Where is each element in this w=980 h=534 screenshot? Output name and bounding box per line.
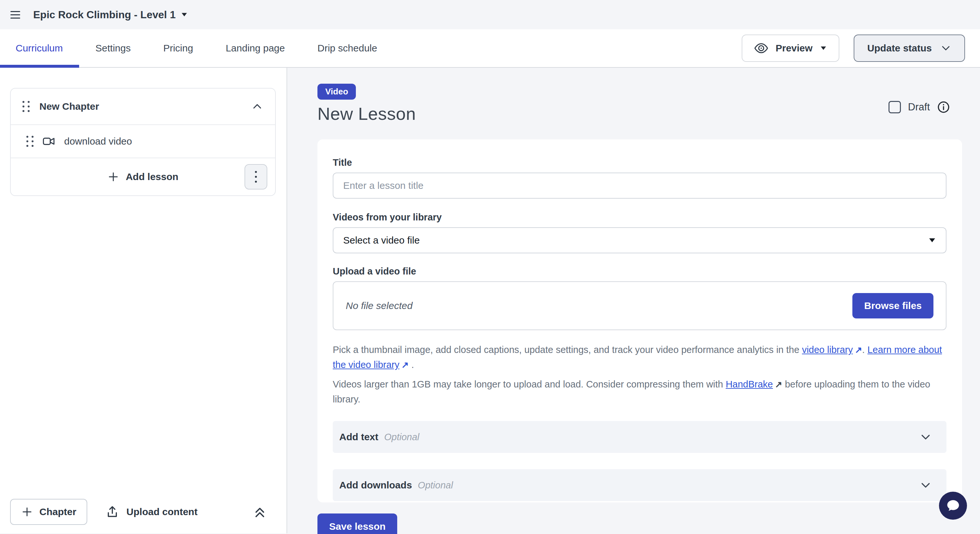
app-window: Epic Rock Climbing - Level 1 Curriculum … bbox=[0, 0, 980, 534]
add-text-section[interactable]: Add text Optional bbox=[333, 421, 947, 453]
chapter-menu-button[interactable] bbox=[245, 164, 267, 189]
caret-down-icon bbox=[820, 46, 827, 51]
handbrake-link[interactable]: HandBrake bbox=[726, 379, 773, 389]
select-selected-value: Select a video file bbox=[343, 235, 420, 246]
lesson-type-badge: Video bbox=[317, 84, 356, 100]
lesson-title: download video bbox=[64, 136, 132, 147]
chevron-down-icon bbox=[940, 43, 951, 54]
chapter-header[interactable]: New Chapter bbox=[11, 89, 275, 124]
collapse-all-icon[interactable] bbox=[252, 504, 267, 519]
save-lesson-button[interactable]: Save lesson bbox=[317, 513, 397, 534]
upload-field-label: Upload a video file bbox=[333, 266, 947, 277]
add-lesson-row: Add lesson bbox=[11, 158, 275, 195]
upload-content-label: Upload content bbox=[126, 506, 197, 517]
add-chapter-label: Chapter bbox=[40, 506, 76, 517]
tab-settings[interactable]: Settings bbox=[79, 29, 147, 67]
add-chapter-button[interactable]: Chapter bbox=[10, 499, 87, 525]
caret-down-icon bbox=[928, 237, 936, 243]
add-downloads-label: Add downloads bbox=[339, 480, 412, 491]
tabs: Curriculum Settings Pricing Landing page… bbox=[0, 29, 393, 67]
title-field-label: Title bbox=[333, 157, 947, 168]
upload-icon bbox=[105, 505, 119, 519]
lesson-editor: Video New Lesson Draft Title Videos from… bbox=[287, 68, 980, 533]
tabbar-actions: Preview Update status bbox=[742, 35, 980, 62]
course-title: Epic Rock Climbing - Level 1 bbox=[33, 9, 175, 21]
preview-button[interactable]: Preview bbox=[742, 35, 839, 62]
add-text-label: Add text bbox=[339, 431, 378, 442]
library-field-label: Videos from your library bbox=[333, 211, 947, 223]
compression-help-text: Videos larger than 1GB may take longer t… bbox=[333, 377, 947, 407]
tab-drip-schedule[interactable]: Drip schedule bbox=[301, 29, 393, 67]
info-icon[interactable] bbox=[937, 101, 950, 114]
chevron-up-icon[interactable] bbox=[251, 100, 263, 113]
lesson-item[interactable]: download video bbox=[11, 125, 275, 157]
chapter-card: New Chapter download video Add bbox=[10, 88, 276, 196]
curriculum-sidebar: New Chapter download video Add bbox=[0, 68, 287, 533]
course-switcher[interactable]: Epic Rock Climbing - Level 1 bbox=[33, 9, 188, 21]
preview-label: Preview bbox=[776, 43, 812, 54]
update-status-button[interactable]: Update status bbox=[854, 35, 965, 62]
video-library-help-text: Pick a thumbnail image, add closed capti… bbox=[333, 343, 947, 372]
chevron-down-icon bbox=[919, 431, 932, 443]
lesson-form-card: Title Videos from your library Select a … bbox=[317, 139, 962, 502]
file-empty-text: No file selected bbox=[346, 300, 412, 311]
draft-label: Draft bbox=[908, 101, 930, 113]
plus-icon bbox=[21, 506, 33, 518]
external-link-icon: ↗ bbox=[853, 343, 862, 358]
page-title: New Lesson bbox=[317, 103, 962, 124]
drag-handle-icon[interactable] bbox=[26, 136, 33, 147]
upload-content-button[interactable]: Upload content bbox=[105, 505, 197, 519]
tab-landing-page[interactable]: Landing page bbox=[209, 29, 301, 67]
chapter-title: New Chapter bbox=[40, 101, 99, 112]
draft-checkbox[interactable] bbox=[889, 101, 901, 113]
video-library-select[interactable]: Select a video file bbox=[333, 227, 947, 253]
update-status-label: Update status bbox=[867, 43, 932, 54]
video-library-link[interactable]: video library bbox=[802, 345, 853, 355]
top-bar: Epic Rock Climbing - Level 1 bbox=[0, 0, 980, 29]
video-camera-icon bbox=[42, 135, 56, 148]
browse-files-button[interactable]: Browse files bbox=[853, 293, 934, 318]
eye-icon bbox=[754, 41, 768, 56]
optional-hint: Optional bbox=[418, 480, 453, 491]
sidebar-footer: Chapter Upload content bbox=[0, 490, 286, 533]
external-link-icon: ↗ bbox=[399, 358, 409, 372]
add-lesson-button[interactable]: Add lesson bbox=[107, 171, 178, 183]
chevron-down-icon bbox=[919, 478, 932, 492]
caret-down-icon bbox=[181, 12, 188, 17]
draft-toggle-group: Draft bbox=[889, 101, 950, 114]
external-link-icon: ↗ bbox=[773, 377, 783, 392]
file-upload-box: No file selected Browse files bbox=[333, 281, 947, 330]
plus-icon bbox=[107, 171, 119, 183]
chat-bubble-icon bbox=[945, 497, 961, 514]
tab-curriculum[interactable]: Curriculum bbox=[0, 29, 79, 67]
add-downloads-section[interactable]: Add downloads Optional bbox=[333, 469, 947, 501]
chat-widget-button[interactable] bbox=[939, 492, 967, 520]
add-lesson-label: Add lesson bbox=[126, 171, 178, 182]
lesson-title-input[interactable] bbox=[333, 173, 947, 199]
optional-hint: Optional bbox=[384, 432, 419, 442]
hamburger-menu-icon[interactable] bbox=[10, 7, 25, 22]
drag-handle-icon[interactable] bbox=[22, 101, 30, 112]
tab-bar: Curriculum Settings Pricing Landing page… bbox=[0, 29, 980, 68]
tab-pricing[interactable]: Pricing bbox=[147, 29, 209, 67]
